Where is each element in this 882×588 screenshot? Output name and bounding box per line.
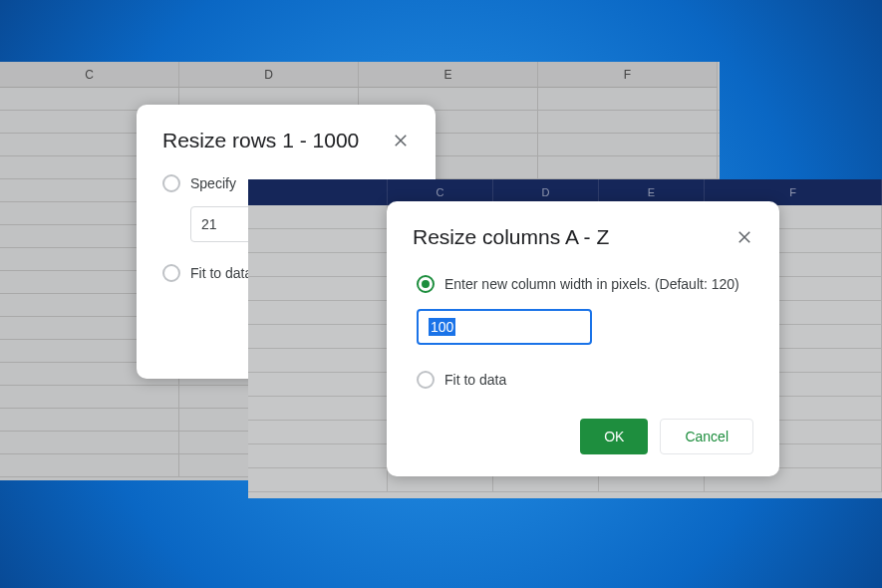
close-icon[interactable]: [735, 228, 753, 246]
fit-to-data-option[interactable]: Fit to data: [417, 371, 753, 389]
specify-label: Specify: [190, 175, 236, 191]
enter-width-label: Enter new column width in pixels. (Defau…: [444, 276, 739, 292]
radio-checked-icon: [417, 275, 435, 293]
col-header[interactable]: C: [0, 62, 179, 88]
cancel-button[interactable]: Cancel: [660, 419, 753, 454]
fit-label: Fit to data: [444, 372, 506, 388]
resize-columns-dialog: Resize columns A - Z Enter new column wi…: [387, 201, 779, 476]
col-header-blank: [248, 179, 388, 205]
enter-width-option[interactable]: Enter new column width in pixels. (Defau…: [417, 275, 753, 293]
column-headers-back: C D E F: [0, 62, 720, 88]
dialog-title: Resize rows 1 - 1000: [162, 129, 359, 152]
col-header[interactable]: F: [538, 62, 718, 88]
col-header[interactable]: E: [359, 62, 538, 88]
col-header[interactable]: D: [179, 62, 359, 88]
column-width-input[interactable]: 100: [417, 309, 592, 345]
radio-icon: [162, 174, 180, 192]
radio-icon: [417, 371, 435, 389]
fit-label: Fit to data: [190, 265, 252, 281]
radio-icon: [162, 264, 180, 282]
dialog-title: Resize columns A - Z: [413, 225, 609, 249]
ok-button[interactable]: OK: [580, 419, 648, 454]
row-height-input[interactable]: 21: [190, 206, 254, 242]
close-icon[interactable]: [392, 132, 410, 149]
